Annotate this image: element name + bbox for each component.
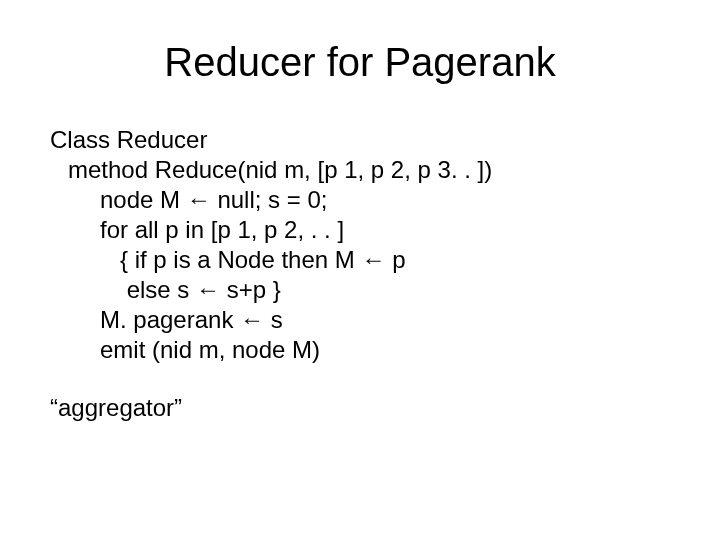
- slide-body: Class Reducer method Reduce(nid m, [p 1,…: [50, 125, 670, 423]
- code-line: M. pagerank ← s: [50, 305, 670, 335]
- spacer: [50, 365, 670, 393]
- note-line: “aggregator”: [50, 393, 670, 423]
- code-line: Class Reducer: [50, 125, 670, 155]
- slide-title: Reducer for Pagerank: [50, 40, 670, 85]
- slide: Reducer for Pagerank Class Reducer metho…: [0, 0, 720, 540]
- code-line: method Reduce(nid m, [p 1, p 2, p 3. . ]…: [50, 155, 670, 185]
- code-line: node M ← null; s = 0;: [50, 185, 670, 215]
- code-line: else s ← s+p }: [50, 275, 670, 305]
- code-line: { if p is a Node then M ← p: [50, 245, 670, 275]
- code-line: for all p in [p 1, p 2, . . ]: [50, 215, 670, 245]
- code-line: emit (nid m, node M): [50, 335, 670, 365]
